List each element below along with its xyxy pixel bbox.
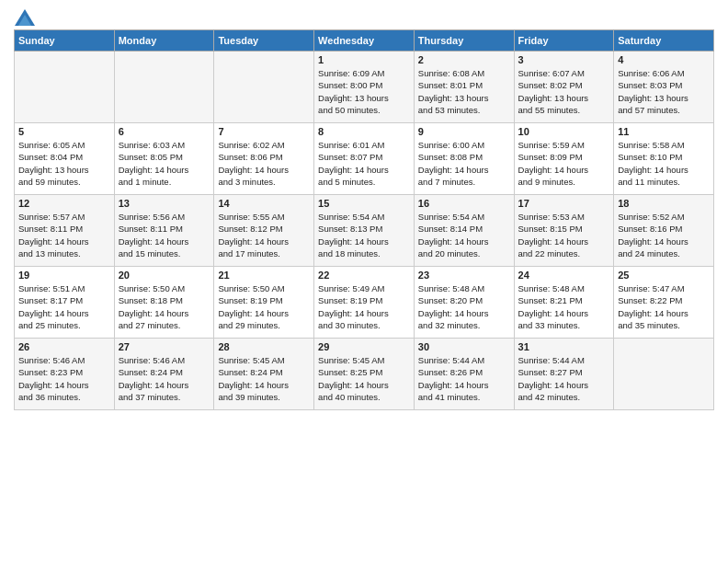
day-info-line: Daylight: 14 hours: [119, 236, 210, 247]
weekday-header-monday: Monday: [114, 30, 214, 52]
day-cell: 19Sunrise: 5:51 AMSunset: 8:17 PMDayligh…: [15, 267, 115, 339]
day-info-line: Sunrise: 6:09 AM: [318, 67, 410, 79]
day-info-line: and 18 minutes.: [318, 247, 410, 259]
day-info: Sunrise: 5:48 AMSunset: 8:20 PMDaylight:…: [418, 282, 510, 331]
day-number: 20: [119, 270, 210, 281]
day-info: Sunrise: 6:03 AMSunset: 8:05 PMDaylight:…: [119, 139, 210, 188]
day-info-line: Daylight: 14 hours: [218, 307, 310, 319]
weekday-header-saturday: Saturday: [614, 30, 714, 52]
day-info-line: and 20 minutes.: [418, 247, 510, 259]
day-number: 21: [218, 270, 310, 281]
day-info-line: and 13 minutes.: [18, 247, 110, 259]
day-info-line: Sunrise: 5:58 AM: [618, 139, 710, 151]
day-info-line: Daylight: 14 hours: [318, 236, 410, 247]
day-info-line: and 32 minutes.: [418, 319, 510, 331]
day-info: Sunrise: 5:51 AMSunset: 8:17 PMDaylight:…: [18, 282, 110, 331]
day-info: Sunrise: 5:47 AMSunset: 8:22 PMDaylight:…: [618, 282, 710, 331]
day-info: Sunrise: 6:09 AMSunset: 8:00 PMDaylight:…: [318, 67, 410, 116]
day-info-line: Daylight: 13 hours: [318, 92, 410, 104]
day-cell: 15Sunrise: 5:54 AMSunset: 8:13 PMDayligh…: [314, 195, 415, 267]
day-cell: 30Sunrise: 5:44 AMSunset: 8:26 PMDayligh…: [414, 339, 514, 410]
day-info-line: Daylight: 14 hours: [518, 164, 610, 176]
day-info-line: Sunrise: 5:48 AM: [418, 282, 510, 294]
day-cell: 8Sunrise: 6:01 AMSunset: 8:07 PMDaylight…: [314, 123, 415, 195]
day-info-line: Sunset: 8:04 PM: [18, 151, 110, 163]
day-info-line: Sunrise: 5:46 AM: [18, 354, 110, 366]
day-info-line: Sunset: 8:24 PM: [119, 366, 210, 378]
weekday-header-tuesday: Tuesday: [214, 30, 314, 52]
day-info-line: and 39 minutes.: [218, 391, 310, 403]
weekday-header-sunday: Sunday: [15, 30, 115, 52]
day-info: Sunrise: 5:49 AMSunset: 8:19 PMDaylight:…: [318, 282, 410, 331]
day-info: Sunrise: 6:08 AMSunset: 8:01 PMDaylight:…: [418, 67, 510, 116]
day-info-line: Sunrise: 6:00 AM: [418, 139, 510, 151]
day-info-line: Sunrise: 5:45 AM: [318, 354, 410, 366]
day-info-line: Daylight: 14 hours: [218, 236, 310, 247]
day-info: Sunrise: 5:58 AMSunset: 8:10 PMDaylight:…: [618, 139, 710, 188]
day-info-line: Daylight: 14 hours: [18, 379, 110, 391]
week-row-1: 1Sunrise: 6:09 AMSunset: 8:00 PMDaylight…: [15, 52, 714, 123]
day-info-line: Sunrise: 5:54 AM: [418, 211, 510, 223]
day-info-line: Sunset: 8:11 PM: [119, 223, 210, 235]
day-info: Sunrise: 5:56 AMSunset: 8:11 PMDaylight:…: [119, 211, 210, 259]
day-cell: 18Sunrise: 5:52 AMSunset: 8:16 PMDayligh…: [614, 195, 714, 267]
day-info-line: Daylight: 14 hours: [119, 307, 210, 319]
day-info-line: Sunset: 8:11 PM: [18, 223, 110, 235]
day-info-line: and 50 minutes.: [318, 104, 410, 116]
day-info-line: Sunrise: 5:54 AM: [318, 211, 410, 223]
day-info-line: Sunrise: 5:52 AM: [618, 211, 710, 223]
day-info-line: and 36 minutes.: [18, 391, 110, 403]
day-info-line: Sunset: 8:21 PM: [518, 294, 610, 306]
day-info-line: Daylight: 14 hours: [418, 164, 510, 176]
day-info-line: Sunrise: 6:02 AM: [218, 139, 310, 151]
day-info-line: Sunrise: 5:48 AM: [518, 282, 610, 294]
day-number: 7: [218, 126, 310, 137]
day-cell: [614, 339, 714, 410]
day-number: 9: [418, 126, 510, 137]
day-cell: 23Sunrise: 5:48 AMSunset: 8:20 PMDayligh…: [414, 267, 514, 339]
day-info-line: and 5 minutes.: [318, 176, 410, 188]
day-info-line: Sunrise: 6:03 AM: [119, 139, 210, 151]
day-info-line: Sunrise: 6:07 AM: [518, 67, 610, 79]
day-info-line: Sunset: 8:22 PM: [618, 294, 710, 306]
weekday-header-thursday: Thursday: [414, 30, 514, 52]
day-info-line: Sunset: 8:24 PM: [218, 366, 310, 378]
day-number: 18: [618, 198, 710, 209]
day-info: Sunrise: 5:54 AMSunset: 8:14 PMDaylight:…: [418, 211, 510, 259]
day-cell: 4Sunrise: 6:06 AMSunset: 8:03 PMDaylight…: [614, 52, 714, 123]
day-info-line: Sunset: 8:02 PM: [518, 79, 610, 91]
day-info-line: Sunset: 8:14 PM: [418, 223, 510, 235]
day-number: 2: [418, 54, 510, 65]
day-info-line: and 29 minutes.: [218, 319, 310, 331]
day-info-line: Daylight: 13 hours: [618, 92, 710, 104]
weekday-row: SundayMondayTuesdayWednesdayThursdayFrid…: [15, 30, 714, 52]
day-info-line: and 37 minutes.: [119, 391, 210, 403]
day-cell: [214, 52, 314, 123]
day-cell: [114, 52, 214, 123]
day-info-line: Sunrise: 6:01 AM: [318, 139, 410, 151]
day-info-line: Sunrise: 6:05 AM: [18, 139, 110, 151]
day-cell: 10Sunrise: 5:59 AMSunset: 8:09 PMDayligh…: [514, 123, 614, 195]
day-info-line: Sunrise: 5:49 AM: [318, 282, 410, 294]
day-info: Sunrise: 5:55 AMSunset: 8:12 PMDaylight:…: [218, 211, 310, 259]
day-number: 30: [418, 341, 510, 352]
page: SundayMondayTuesdayWednesdayThursdayFrid…: [0, 0, 728, 563]
day-number: 16: [418, 198, 510, 209]
day-info-line: Sunset: 8:09 PM: [518, 151, 610, 163]
day-info-line: Sunrise: 5:47 AM: [618, 282, 710, 294]
day-number: 29: [318, 341, 410, 352]
day-number: 14: [218, 198, 310, 209]
weekday-header-wednesday: Wednesday: [314, 30, 415, 52]
day-info-line: Sunrise: 5:50 AM: [218, 282, 310, 294]
day-info-line: Sunset: 8:25 PM: [318, 366, 410, 378]
day-info-line: Daylight: 14 hours: [318, 307, 410, 319]
day-number: 15: [318, 198, 410, 209]
day-info: Sunrise: 5:48 AMSunset: 8:21 PMDaylight:…: [518, 282, 610, 331]
day-number: 27: [119, 341, 210, 352]
day-info-line: Sunrise: 5:50 AM: [119, 282, 210, 294]
day-info-line: Daylight: 14 hours: [518, 379, 610, 391]
day-info-line: Sunset: 8:18 PM: [119, 294, 210, 306]
day-info: Sunrise: 5:46 AMSunset: 8:24 PMDaylight:…: [119, 354, 210, 403]
day-info-line: Daylight: 14 hours: [418, 236, 510, 247]
day-info-line: and 41 minutes.: [418, 391, 510, 403]
